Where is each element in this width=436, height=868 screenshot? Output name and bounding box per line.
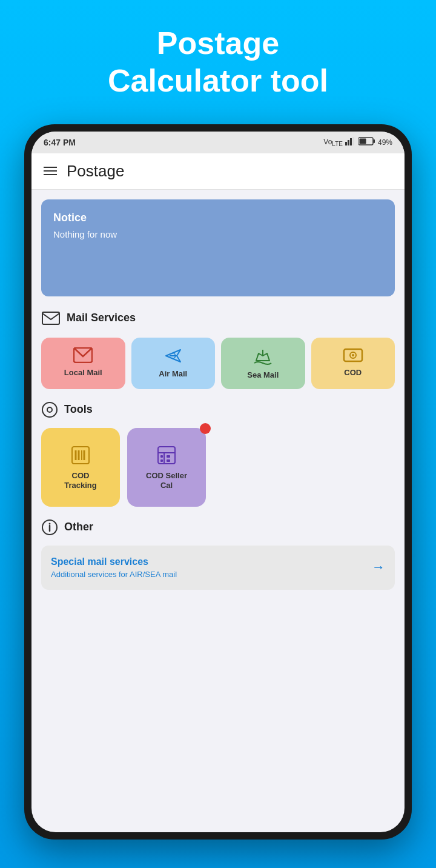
other-header: Other — [41, 519, 395, 536]
mail-services-grid: Local Mail Air Mail — [41, 338, 395, 389]
special-card-title: Special mail services — [51, 556, 177, 567]
hamburger-button[interactable] — [44, 167, 57, 175]
local-mail-label: Local Mail — [64, 368, 102, 377]
svg-rect-0 — [345, 142, 347, 145]
svg-rect-2 — [350, 138, 352, 145]
air-mail-card[interactable]: Air Mail — [131, 338, 216, 389]
svg-rect-7 — [42, 312, 59, 324]
tools-label: Tools — [64, 403, 93, 416]
cod-icon — [343, 347, 363, 363]
status-time: 6:47 PM — [44, 138, 76, 147]
phone-screen: 6:47 PM VoLTE — [31, 132, 405, 832]
svg-rect-6 — [359, 139, 366, 144]
tools-grid: COD Tracking — [41, 428, 395, 507]
cod-card[interactable]: COD — [311, 338, 395, 389]
local-mail-icon — [73, 347, 93, 363]
local-mail-card[interactable]: Local Mail — [41, 338, 125, 389]
cod-tracking-card[interactable]: COD Tracking — [41, 428, 120, 507]
svg-rect-3 — [352, 137, 354, 145]
other-section-icon — [41, 519, 58, 536]
cod-seller-label: COD Seller Cal — [146, 471, 187, 490]
notice-card: Notice Nothing for now — [41, 199, 395, 296]
sea-mail-card[interactable]: Sea Mail — [221, 338, 305, 389]
header-line1: Postage — [157, 25, 279, 61]
special-card-text: Special mail services Additional service… — [51, 556, 177, 579]
svg-point-14 — [42, 402, 57, 417]
notice-title: Notice — [53, 212, 383, 224]
svg-rect-16 — [72, 447, 89, 464]
hamburger-line1 — [44, 167, 57, 168]
cod-tracking-label: COD Tracking — [64, 471, 96, 490]
special-card-subtitle: Additional services for AIR/SEA mail — [51, 570, 177, 579]
tools-header: Tools — [41, 401, 395, 418]
cod-tracking-icon — [70, 444, 91, 466]
svg-rect-25 — [167, 459, 170, 462]
signal-icon — [345, 137, 356, 147]
special-mail-card[interactable]: Special mail services Additional service… — [41, 546, 395, 590]
app-header: Postage — [31, 153, 405, 190]
notification-dot — [200, 423, 211, 434]
svg-rect-24 — [167, 455, 170, 458]
hamburger-line2 — [44, 170, 57, 172]
hamburger-line3 — [44, 174, 57, 175]
air-mail-icon — [164, 347, 183, 364]
svg-rect-5 — [373, 139, 375, 143]
header-line2: Calculator tool — [108, 63, 328, 98]
svg-point-13 — [352, 354, 354, 356]
app-title: Postage — [67, 162, 124, 181]
cod-seller-icon — [156, 444, 177, 466]
tools-section-icon — [41, 401, 58, 418]
status-icons: VoLTE 49% — [323, 137, 392, 147]
mail-services-header: Mail Services — [41, 309, 395, 328]
cod-label: COD — [344, 368, 362, 377]
sea-mail-icon — [253, 347, 273, 366]
svg-rect-26 — [160, 455, 163, 458]
svg-rect-27 — [160, 459, 163, 462]
air-mail-label: Air Mail — [159, 369, 187, 378]
network-icon: VoLTE — [323, 138, 343, 147]
cod-seller-card[interactable]: COD Seller Cal — [127, 428, 206, 507]
battery-percent: 49% — [378, 138, 392, 147]
other-label: Other — [64, 521, 93, 533]
mail-section-icon — [41, 309, 61, 328]
page-header: Postage Calculator tool — [108, 24, 328, 100]
sea-mail-label: Sea Mail — [247, 370, 279, 379]
status-bar: 6:47 PM VoLTE — [31, 132, 405, 153]
mail-services-label: Mail Services — [67, 312, 136, 324]
main-content: Notice Nothing for now Mail Services — [31, 190, 405, 832]
svg-point-15 — [47, 407, 52, 412]
notice-body: Nothing for now — [53, 229, 383, 239]
arrow-right-icon: → — [372, 559, 385, 575]
svg-point-30 — [49, 522, 51, 524]
svg-rect-1 — [348, 140, 349, 145]
phone-frame: 6:47 PM VoLTE — [24, 124, 412, 840]
battery-icon — [358, 137, 375, 147]
